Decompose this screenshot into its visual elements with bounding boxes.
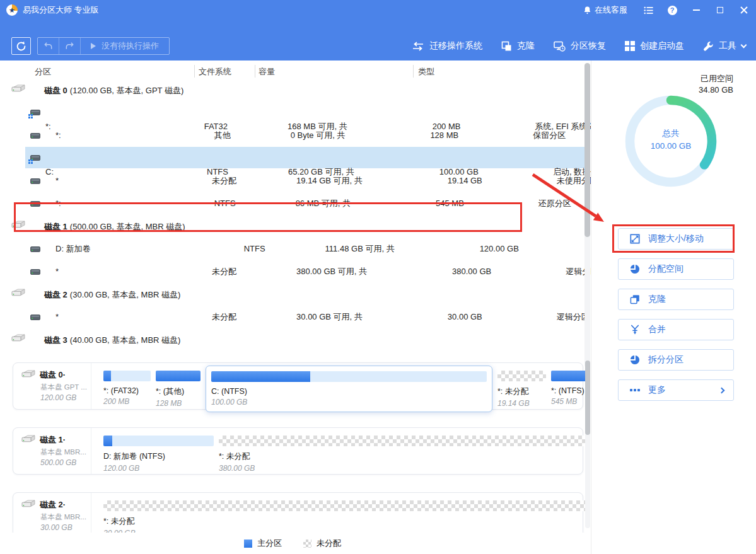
chevron-down-icon — [741, 42, 747, 48]
redo-icon — [65, 42, 74, 50]
right-panel: 已用空间 34.80 GB 总共 100.00 GB 调整大小/移动 — [591, 61, 756, 554]
maximize-button[interactable] — [708, 0, 732, 20]
tools-button[interactable]: 工具 — [703, 40, 746, 52]
partition-row[interactable]: *:FAT32168 MB 可用, 共200 MB系统, EFI 系统分区 — [0, 101, 585, 124]
partition-usage-bar — [156, 371, 201, 381]
partition-row[interactable]: *:其他0 Byte 可用, 共128 MB保留分区 — [0, 124, 585, 146]
partition-row[interactable]: *:NTFS86 MB 可用, 共545 MB还原分区 — [0, 192, 585, 214]
migrate-os-button[interactable]: 迁移操作系统 — [412, 40, 482, 52]
partition-usage-bar — [551, 371, 585, 381]
disk-row[interactable]: 磁盘 2(30.00 GB, 基本盘, MBR 磁盘) — [0, 282, 585, 305]
partition-filesystem: 未分配 — [212, 267, 236, 276]
create-boot-disk-button[interactable]: 创建启动盘 — [625, 40, 684, 52]
merge-button[interactable]: 合并 — [618, 319, 734, 340]
disk-icon — [11, 222, 25, 231]
table-scrollbar-thumb[interactable] — [584, 63, 590, 237]
disk-map-partition[interactable]: *: (FAT32)200 MB — [103, 371, 151, 406]
clone-button[interactable]: 克隆 — [501, 40, 535, 52]
split-partition-button[interactable]: 拆分分区 — [618, 349, 734, 371]
partition-icon — [30, 108, 615, 122]
disk-map-partition[interactable]: *: (NTFS)545 MB — [551, 371, 585, 406]
disk-map-partition[interactable]: *: (其他)128 MB — [156, 371, 201, 408]
partition-free: 30.00 GB 可用, 共 — [296, 312, 363, 321]
partition-usage-bar — [219, 436, 585, 446]
partition-free: 19.14 GB 可用, 共 — [296, 176, 363, 185]
operation-list-button[interactable] — [636, 0, 660, 20]
column-divider — [413, 65, 414, 78]
disk-icon — [11, 86, 25, 95]
app-window: ★ 易我分区大师 专业版 在线客服 ? — [0, 0, 756, 554]
diskmap-scrollbar-thumb[interactable] — [585, 361, 590, 435]
partition-total: 30.00 GB — [448, 312, 482, 321]
partition-map-label: *: 未分配 — [103, 516, 585, 527]
boot-disk-icon — [625, 41, 635, 51]
partition-recovery-button[interactable]: 分区恢复 — [554, 40, 606, 52]
partition-row[interactable]: D: 新加卷NTFS111.48 GB 可用, 共120.00 GB主分区 — [0, 237, 585, 260]
windows-badge — [28, 114, 614, 118]
help-button[interactable]: ? — [660, 0, 684, 20]
partition-filesystem: 未分配 — [212, 176, 236, 185]
bell-icon — [583, 6, 591, 14]
column-divider — [255, 65, 255, 78]
undo-icon — [44, 42, 53, 50]
partition-map-label: *: (NTFS) — [551, 386, 585, 395]
resize-icon — [629, 234, 640, 245]
disk-label: 磁盘 2(30.00 GB, 基本盘, MBR 磁盘) — [44, 290, 180, 299]
partition-type: 还原分区 — [538, 199, 571, 208]
disk-icon — [11, 335, 25, 345]
migrate-icon — [412, 42, 424, 51]
table-scrollbar[interactable] — [584, 63, 590, 367]
resize-move-button[interactable]: 调整大小/移动 — [618, 228, 734, 250]
more-button[interactable]: 更多 — [618, 379, 734, 401]
partition-row[interactable]: *未分配380.00 GB 可用, 共380.00 GB逻辑分区 — [0, 260, 585, 282]
undo-button[interactable] — [38, 38, 59, 54]
disk-map-card: 磁盘 0·基本盘 GPT ...120.00 GB*: (FAT32)200 M… — [13, 362, 583, 410]
column-divider — [194, 65, 195, 78]
disk-map-partition[interactable]: *: 未分配380.00 GB — [219, 436, 585, 473]
partition-map-size: 128 MB — [156, 399, 201, 408]
col-filesystem: 文件系统 — [199, 66, 231, 78]
clone-icon — [629, 294, 640, 305]
partition-name: * — [55, 312, 59, 321]
close-button[interactable] — [732, 0, 756, 20]
disk-map-card: 磁盘 2·基本盘 MBR...30.00 GB*: 未分配30.00 GB — [13, 492, 583, 533]
disk-map-name: 磁盘 0· — [40, 369, 66, 381]
execute-operations-button[interactable]: 没有待执行操作 — [81, 38, 169, 54]
refresh-icon — [16, 41, 26, 52]
partition-filesystem: NTFS — [214, 199, 236, 208]
redo-button[interactable] — [59, 38, 81, 54]
merge-icon — [629, 325, 640, 335]
partition-usage-bar — [497, 371, 546, 381]
col-capacity: 容量 — [259, 66, 275, 78]
disk-map-partition[interactable]: D: 新加卷 (NTFS)120.00 GB — [103, 436, 214, 473]
partition-filesystem: 未分配 — [212, 312, 236, 321]
header: ★ 易我分区大师 专业版 在线客服 ? — [0, 0, 756, 61]
help-icon: ? — [668, 6, 677, 15]
partition-free: 111.48 GB 可用, 共 — [325, 244, 395, 253]
online-support-button[interactable]: 在线客服 — [574, 4, 636, 16]
partition-row[interactable]: *未分配30.00 GB 可用, 共30.00 GB逻辑分区 — [0, 305, 585, 328]
partition-filesystem: 其他 — [214, 130, 231, 140]
disk-row[interactable]: 磁盘 3(40.00 GB, 基本盘, MBR 磁盘) — [0, 328, 585, 350]
disk-label: 磁盘 3(40.00 GB, 基本盘, MBR 磁盘) — [44, 335, 180, 345]
primary-partition-swatch — [244, 540, 252, 548]
partition-map-size: 545 MB — [551, 397, 585, 406]
disk-row[interactable]: 磁盘 0(120.00 GB, 基本盘, GPT 磁盘) — [0, 78, 585, 101]
diskmap-scrollbar[interactable] — [585, 359, 590, 528]
titlebar: ★ 易我分区大师 专业版 在线客服 ? — [0, 0, 756, 20]
disk-row[interactable]: 磁盘 1(500.00 GB, 基本盘, MBR 磁盘) — [0, 214, 585, 237]
disk-map-partition[interactable]: *: 未分配19.14 GB — [497, 371, 546, 408]
disk-map-partition[interactable]: *: 未分配30.00 GB — [103, 500, 585, 533]
refresh-button[interactable] — [11, 37, 31, 55]
partition-map-size: 380.00 GB — [219, 464, 585, 473]
partition-row[interactable]: *未分配19.14 GB 可用, 共19.14 GB未使用分区 — [0, 169, 585, 192]
allocate-space-button[interactable]: 分配空间 — [618, 258, 734, 280]
partition-usage-bar — [103, 436, 214, 446]
clone-partition-button[interactable]: 克隆 — [618, 289, 734, 310]
minimize-button[interactable] — [684, 0, 708, 20]
partition-icon — [30, 245, 40, 255]
disk-map-partition[interactable]: C: (NTFS)100.00 GB — [206, 366, 492, 412]
partition-map-label: D: 新加卷 (NTFS) — [103, 451, 214, 462]
table-header: 分区 文件系统 容量 类型 — [0, 63, 585, 79]
partition-row[interactable]: C:NTFS65.20 GB 可用, 共100.00 GB启动, 数据分区 — [0, 146, 585, 169]
